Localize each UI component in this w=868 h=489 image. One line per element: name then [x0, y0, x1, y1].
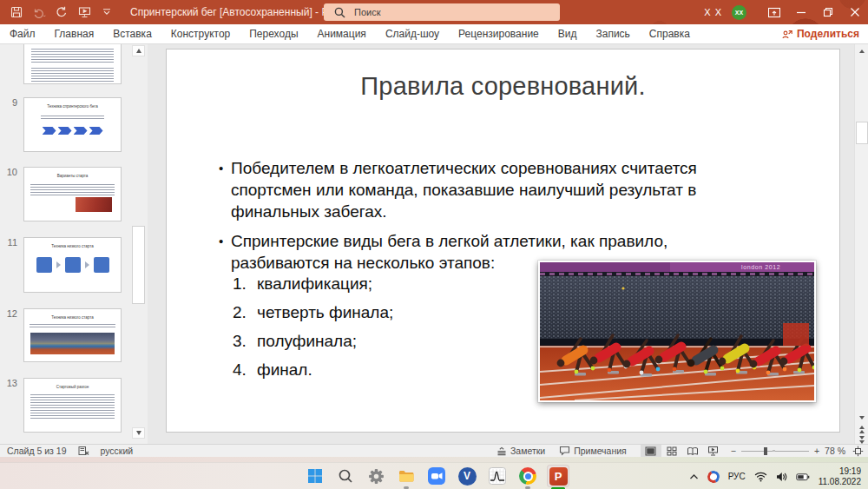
thumbnail-title: Стартовый разгон	[24, 385, 121, 389]
zoom-out-button[interactable]: −	[731, 446, 736, 456]
thumbnail-title: Техника низкого старта	[24, 315, 121, 320]
slide-title[interactable]: Правила соревнований.	[167, 72, 839, 101]
restore-button[interactable]	[814, 0, 841, 24]
slideshow-icon	[78, 6, 91, 18]
thumbnail-number: 9	[2, 97, 17, 108]
sprint-start-photo[interactable]: london 2012	[538, 261, 816, 402]
slide-sorter-view-button[interactable]	[661, 445, 682, 458]
triangle-down-icon	[859, 416, 865, 420]
tab-slideshow[interactable]: Слайд-шоу	[376, 24, 449, 43]
scroll-up-button[interactable]	[856, 46, 868, 56]
tray-app-icon[interactable]	[706, 469, 721, 485]
settings-button[interactable]	[365, 465, 387, 487]
search-input[interactable]: Поиск	[324, 3, 560, 21]
close-button[interactable]	[841, 0, 868, 24]
chrome-button[interactable]	[516, 465, 539, 487]
tab-file[interactable]: Файл	[0, 24, 45, 43]
file-explorer-button[interactable]	[395, 465, 418, 487]
graph-app-icon	[489, 467, 506, 485]
thumbnail-slide-13[interactable]: Стартовый разгон	[23, 378, 122, 433]
v-app-button[interactable]: V	[456, 465, 478, 487]
start-button[interactable]	[304, 465, 326, 487]
taskbar-search-button[interactable]	[334, 465, 357, 487]
thumbnail-scroll-down-button[interactable]	[132, 427, 145, 439]
share-button[interactable]: Поделиться	[782, 28, 859, 40]
numbered-list[interactable]: 1. квалификация; 2. четверть финала; 3. …	[233, 275, 393, 390]
customize-qat-button[interactable]	[95, 0, 118, 24]
minimize-icon	[796, 7, 806, 17]
thumbnail-slide-8-partial[interactable]	[23, 44, 122, 84]
fit-slide-to-window-button[interactable]	[852, 446, 864, 457]
windows-start-icon	[307, 468, 323, 484]
slideshow-view-button[interactable]	[703, 445, 724, 458]
thumbnail-slide-12[interactable]: Техника низкого старта	[23, 308, 122, 362]
normal-view-icon	[645, 446, 656, 456]
battery-icon[interactable]	[796, 472, 810, 482]
chrome-icon	[519, 467, 536, 485]
clock[interactable]: 19:19 11.08.2022	[819, 466, 861, 487]
thumbnail-text-lines	[30, 394, 115, 420]
thumbnail-slide-9[interactable]: Техника спринтерского бега	[23, 97, 122, 152]
normal-view-button[interactable]	[641, 445, 661, 458]
account-name[interactable]: Х Х	[704, 7, 722, 17]
account-avatar[interactable]: XX	[732, 5, 746, 20]
mini-boxes-diagram	[24, 257, 121, 273]
comments-icon	[559, 446, 570, 456]
tray-chevron-up-icon[interactable]	[689, 473, 699, 480]
tab-animations[interactable]: Анимация	[308, 24, 376, 43]
tab-record[interactable]: Запись	[586, 24, 639, 43]
minimize-button[interactable]	[787, 0, 814, 24]
comments-label: Примечания	[574, 446, 627, 456]
volume-icon[interactable]	[776, 472, 787, 482]
zoom-slider-thumb[interactable]	[764, 447, 767, 455]
language-indicator[interactable]: русский	[101, 446, 134, 456]
thumbnail-scrollbar-thumb[interactable]	[132, 226, 145, 304]
zoom-in-button[interactable]: +	[814, 446, 819, 456]
scrollbar-thumb[interactable]	[856, 122, 868, 144]
slide-thumbnail-panel: 9 Техника спринтерского бега 10 Варианты…	[0, 44, 148, 444]
tab-view[interactable]: Вид	[549, 24, 587, 43]
start-slideshow-button[interactable]	[73, 0, 95, 24]
thumbnail-slide-10[interactable]: Варианты старта	[23, 167, 122, 221]
numbered-text: четверть финала;	[257, 304, 393, 320]
tab-review[interactable]: Рецензирование	[449, 24, 549, 43]
input-language-indicator[interactable]: РУС	[728, 472, 746, 481]
zoom-slider[interactable]	[741, 445, 809, 458]
slide-canvas: Правила соревнований. • Победителем в ле…	[148, 44, 854, 444]
redo-button[interactable]	[50, 0, 73, 24]
tab-home[interactable]: Главная	[45, 24, 104, 43]
numbered-item: 2. четверть финала;	[233, 304, 393, 320]
comments-button[interactable]: Примечания	[559, 446, 627, 456]
close-icon	[850, 7, 860, 17]
search-icon	[338, 468, 353, 484]
grapher-app-button[interactable]	[486, 465, 509, 487]
notes-button[interactable]: Заметки	[496, 446, 545, 456]
tab-insert[interactable]: Вставка	[103, 24, 161, 43]
status-bar: Слайд 5 из 19 русский Заметки Примечания	[0, 444, 868, 457]
save-button[interactable]	[5, 0, 28, 24]
zoom-level[interactable]: 78 %	[825, 446, 845, 456]
thumbnail-text-lines	[30, 324, 116, 329]
undo-button[interactable]	[28, 0, 50, 24]
tray-date: 11.08.2022	[819, 477, 861, 487]
svg-text:london 2012: london 2012	[741, 264, 780, 270]
wifi-icon[interactable]	[754, 471, 767, 482]
thumbnail-scroll-up-button[interactable]	[132, 45, 145, 56]
previous-slide-button[interactable]	[856, 424, 868, 434]
number-marker: 2.	[233, 304, 257, 320]
tab-help[interactable]: Справка	[640, 24, 700, 43]
slide-sorter-icon	[667, 446, 677, 456]
powerpoint-button[interactable]: P	[547, 465, 569, 487]
share-icon	[782, 29, 792, 39]
slide-indicator[interactable]: Слайд 5 из 19	[7, 446, 67, 456]
double-chevron-up-icon	[859, 426, 865, 429]
scroll-down-button[interactable]	[856, 413, 868, 423]
current-slide[interactable]: Правила соревнований. • Победителем в ле…	[167, 50, 839, 432]
tab-transitions[interactable]: Переходы	[240, 24, 307, 43]
ribbon-display-options-button[interactable]	[760, 0, 787, 24]
zoom-app-button[interactable]	[425, 465, 448, 487]
spell-check-icon[interactable]	[78, 446, 89, 456]
thumbnail-slide-11[interactable]: Техника низкого старта	[23, 237, 122, 293]
reading-view-button[interactable]	[682, 445, 703, 458]
tab-design[interactable]: Конструктор	[161, 24, 240, 43]
